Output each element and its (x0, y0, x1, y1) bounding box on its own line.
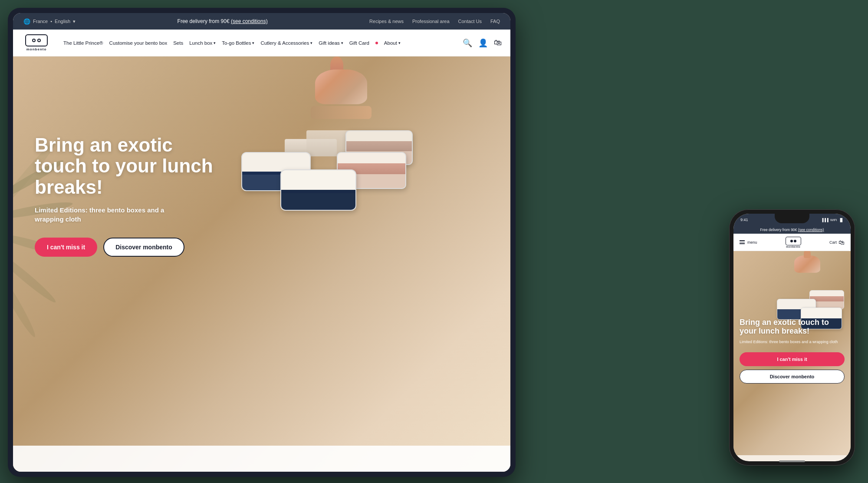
nav-lunch-box[interactable]: Lunch box (189, 40, 216, 46)
nav-customise[interactable]: Customise your bento box (109, 40, 168, 46)
cloth-top (315, 69, 367, 104)
phone-cart-area[interactable]: Cart 🛍 (829, 239, 845, 246)
phone-nav: menu monbento Cart 🛍 (733, 234, 851, 251)
phone-cloth (792, 255, 822, 290)
phone-cant-miss-button[interactable]: I can't miss it (740, 352, 845, 366)
laptop-shell: 🌐 France • English ▾ Free delivery from … (8, 8, 516, 477)
logo-dot-right (37, 39, 41, 42)
region-label: France (33, 19, 48, 24)
chevron-down-icon: ▾ (73, 19, 76, 24)
discover-button[interactable]: Discover monbento (103, 238, 184, 257)
globe-icon: 🌐 (23, 18, 30, 25)
menu-label: menu (747, 240, 757, 245)
phone-logo-dot-l (790, 240, 793, 242)
phone-status-icons: ▐▐▐ WiFi ▐▌ (821, 218, 844, 222)
laptop-screen: 🌐 France • English ▾ Free delivery from … (13, 13, 510, 472)
phone-cart-icon: 🛍 (838, 239, 845, 246)
phone-subtext: Limited Editions: three bento boxes and … (740, 339, 845, 345)
top-bar-right: Recipes & news Professional area Contact… (369, 19, 500, 24)
phone-cloth-top (794, 255, 820, 273)
phone-delivery-bar: Free delivery from 90€ (see conditions) (733, 226, 851, 234)
delivery-text: Free delivery from 90€ (178, 18, 231, 24)
language-label[interactable]: English (55, 19, 70, 24)
hero-headline: Bring an exotic touch to your lunch brea… (35, 135, 217, 198)
logo-dot-left (32, 39, 36, 42)
nav-gift-card[interactable]: Gift Card (349, 40, 369, 46)
phone-discover-button[interactable]: Discover monbento (740, 370, 845, 384)
professional-link[interactable]: Professional area (412, 19, 450, 24)
hamburger-icon (740, 240, 745, 244)
logo-text: monbento (26, 47, 47, 51)
nav-to-go-bottles[interactable]: To-go Bottles (222, 40, 254, 46)
cant-miss-button[interactable]: I can't miss it (35, 238, 97, 257)
top-bar: 🌐 France • English ▾ Free delivery from … (13, 13, 510, 30)
nav-links: The Little Prince® Customise your bento … (63, 40, 455, 46)
search-icon[interactable]: 🔍 (463, 38, 472, 48)
phone-home-indicator (779, 460, 805, 462)
wifi-icon: WiFi (830, 218, 837, 222)
separator: • (50, 19, 52, 24)
bento-box-blue-center (280, 169, 356, 211)
phone-delivery-link[interactable]: (see conditions) (798, 228, 824, 232)
bento-visual (233, 65, 484, 291)
phone-hero: Bring an exotic touch to your lunch brea… (733, 251, 851, 455)
phone-notch (775, 214, 809, 223)
phone-hero-bg: Bring an exotic touch to your lunch brea… (733, 251, 851, 455)
user-icon[interactable]: 👤 (478, 38, 488, 48)
nav-dot (375, 42, 378, 44)
phone-logo-box (786, 237, 801, 245)
phone-screen: 9:41 ▐▐▐ WiFi ▐▌ Free delivery from 90€ … (733, 214, 851, 461)
phone-cloth-knot (804, 251, 811, 258)
phone-buttons: I can't miss it Discover monbento (740, 352, 845, 384)
phone-cart-label: Cart (829, 240, 837, 245)
faq-link[interactable]: FAQ (490, 19, 500, 24)
phone-headline: Bring an exotic touch to your lunch brea… (740, 318, 845, 336)
cloth-base (311, 106, 372, 119)
cart-icon[interactable]: 🛍 (494, 38, 502, 47)
phone-logo[interactable]: monbento (786, 237, 801, 248)
logo-box (25, 34, 48, 46)
nav-sets[interactable]: Sets (173, 40, 183, 46)
delivery-banner: Free delivery from 90€ (see conditions) (178, 18, 268, 24)
battery-icon: ▐▌ (839, 218, 844, 222)
nav-bar: monbento The Little Prince® Customise yo… (13, 30, 510, 56)
phone-menu-button[interactable]: menu (740, 240, 757, 245)
phone-delivery-text: Free delivery from 90€ (760, 228, 798, 232)
logo[interactable]: monbento (22, 34, 51, 51)
nav-about[interactable]: About (384, 40, 401, 46)
recipes-link[interactable]: Recipes & news (369, 19, 404, 24)
nav-icons: 🔍 👤 🛍 (463, 38, 502, 48)
phone-time: 9:41 (740, 218, 748, 222)
contact-link[interactable]: Contact Us (458, 19, 482, 24)
hero-subtext: Limited Editions: three bento boxes and … (35, 205, 187, 224)
hero-section: Bring an exotic touch to your lunch brea… (13, 56, 510, 472)
phone-shell: 9:41 ▐▐▐ WiFi ▐▌ Free delivery from 90€ … (729, 209, 855, 466)
cloth-bundle (311, 69, 372, 139)
nav-cutlery[interactable]: Cutlery & Accessories (260, 40, 312, 46)
ground-line (13, 446, 510, 472)
top-bar-left: 🌐 France • English ▾ (23, 18, 76, 25)
nav-gift-ideas[interactable]: Gift ideas (319, 40, 343, 46)
hero-background: Bring an exotic touch to your lunch brea… (13, 56, 510, 472)
hero-text: Bring an exotic touch to your lunch brea… (35, 135, 217, 257)
phone-logo-dot-r (794, 240, 796, 242)
delivery-link[interactable]: (see conditions) (231, 18, 268, 24)
phone-hero-text: Bring an exotic touch to your lunch brea… (740, 318, 845, 384)
phone-logo-text: monbento (786, 245, 800, 248)
nav-little-prince[interactable]: The Little Prince® (63, 40, 103, 46)
signal-icon: ▐▐▐ (821, 218, 829, 222)
hero-buttons: I can't miss it Discover monbento (35, 238, 217, 257)
